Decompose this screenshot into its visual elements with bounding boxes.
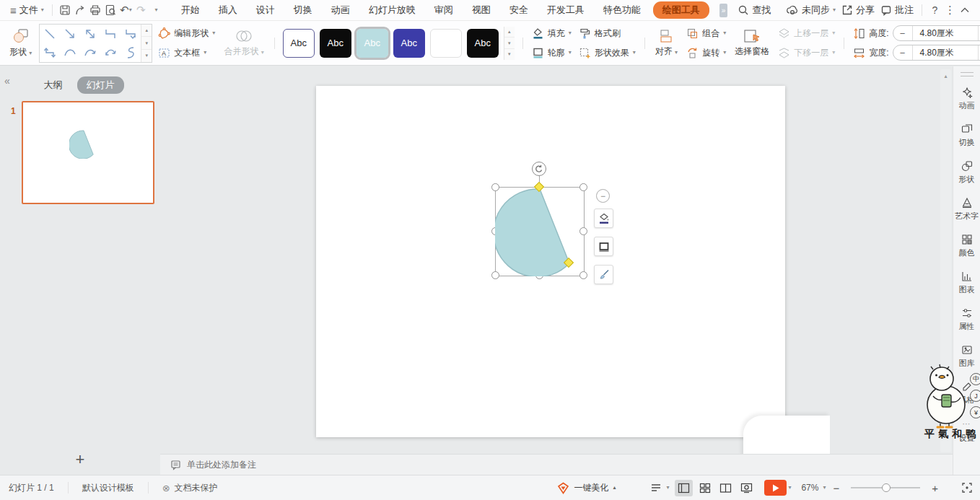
shape-style-4[interactable]: Abc <box>393 29 425 58</box>
shape-style-5[interactable]: Abc <box>430 29 462 58</box>
sidebar-item-chart[interactable]: 图表 <box>953 271 980 295</box>
collapse-panel-button[interactable]: « <box>4 75 10 87</box>
zoom-out-button[interactable]: − <box>828 482 844 494</box>
save-button[interactable] <box>58 1 73 19</box>
height-value[interactable]: 4.80厘米 <box>912 26 979 40</box>
zoom-level-button[interactable]: 67% ▾ <box>791 483 828 493</box>
tab-transition[interactable]: 切换 <box>284 1 322 19</box>
sidebar-item-properties[interactable]: 属性 <box>953 307 980 332</box>
share-button[interactable]: 分享 <box>839 4 878 17</box>
rotate-button[interactable]: 旋转▾ <box>686 45 726 61</box>
curved-arrow-connector[interactable] <box>80 43 100 62</box>
ribbon-expand-button[interactable]: » <box>719 4 728 17</box>
tab-drawing-tools-active[interactable]: 绘图工具 <box>653 1 709 19</box>
sidebar-item-gallery[interactable]: 图库 <box>953 344 980 369</box>
output-button[interactable] <box>73 1 88 19</box>
fill-button[interactable]: 填充▾ <box>532 25 572 42</box>
document-protection-button[interactable]: ⊗ 文档未保护 <box>154 482 227 494</box>
edit-shape-button[interactable]: 编辑形状▾ <box>158 25 215 42</box>
tab-slides-pane-active[interactable]: 幻灯片 <box>77 76 124 94</box>
comment-button[interactable]: 批注 <box>878 4 916 17</box>
sidebar-item-colors[interactable]: 颜色 <box>953 234 980 258</box>
shape-style-6[interactable]: Abc <box>467 29 499 58</box>
tab-view[interactable]: 视图 <box>463 1 500 19</box>
scroll-up-icon[interactable]: ▴ <box>944 73 947 452</box>
beautify-button[interactable]: 一键美化 ▴ <box>548 482 624 494</box>
selection-pane-button[interactable]: 选择窗格 <box>730 23 774 63</box>
bring-forward-button[interactable]: 上移一层▾ <box>778 25 835 42</box>
sidebar-item-shapes[interactable]: 形状 <box>953 160 980 185</box>
group-button[interactable]: 组合▾ <box>686 25 726 42</box>
gallery-up-button[interactable]: ▴ <box>141 25 152 38</box>
sidebar-more-icon[interactable]: ⋯ <box>963 419 971 429</box>
help-button[interactable]: ? <box>927 1 942 19</box>
text-box-button[interactable]: A 文本框▾ <box>158 45 215 61</box>
rotate-handle[interactable] <box>532 162 546 176</box>
zoom-slider-knob[interactable] <box>882 483 891 492</box>
gallery-expand-button[interactable]: ▾ <box>141 50 152 62</box>
merge-shapes-button[interactable]: 合并形状 ▾ <box>219 23 268 63</box>
sidebar-item-wordart[interactable]: 艺术字 <box>953 197 980 222</box>
sync-status-button[interactable]: 未同步 ▾ <box>783 4 839 17</box>
fit-slide-button[interactable] <box>961 482 973 494</box>
play-slideshow-button[interactable] <box>764 480 787 496</box>
quick-fill-button[interactable] <box>594 209 613 228</box>
tab-outline-pane[interactable]: 大纲 <box>37 76 70 94</box>
notes-toggle-button[interactable]: ▾ <box>646 483 673 493</box>
tab-animation[interactable]: 动画 <box>322 1 359 19</box>
gallery-down-button[interactable]: ▾ <box>141 37 152 50</box>
width-value[interactable]: 4.80厘米 <box>912 45 979 60</box>
tab-review[interactable]: 审阅 <box>425 1 463 19</box>
shape-effects-button[interactable]: 形状效果▾ <box>579 45 636 61</box>
curve-connector[interactable] <box>60 43 80 62</box>
tab-special-features[interactable]: 特色功能 <box>594 1 650 19</box>
width-decrease-button[interactable]: − <box>893 48 912 58</box>
shapes-button[interactable]: 形状 ▾ <box>4 23 37 63</box>
quickbar-more-button[interactable]: ▾ <box>149 1 164 19</box>
style-down-button[interactable]: ▾ <box>504 38 515 49</box>
shape-style-2[interactable]: Abc <box>320 29 351 58</box>
curved-double-arrow-connector[interactable] <box>100 43 121 62</box>
freeform-connector[interactable] <box>121 43 141 62</box>
quick-outline-button[interactable] <box>594 237 613 256</box>
notes-bar[interactable]: 单击此处添加备注 <box>160 454 953 475</box>
collapse-quickbar-button[interactable]: − <box>596 189 610 203</box>
slide-thumbnail-1[interactable] <box>22 101 154 204</box>
main-menu-button[interactable]: ≡ 文件 ▾ <box>7 4 47 17</box>
tab-insert[interactable]: 插入 <box>209 1 247 19</box>
sidebar-drag-handle[interactable] <box>961 72 974 76</box>
redo-button[interactable]: ↷ <box>134 1 149 19</box>
style-up-button[interactable]: ▴ <box>504 27 515 38</box>
outline-button[interactable]: 轮廓▾ <box>532 45 572 61</box>
sidebar-item-style[interactable]: 风格 <box>953 381 980 405</box>
connector-line[interactable] <box>40 25 60 43</box>
view-normal-button[interactable] <box>675 480 693 496</box>
tab-design[interactable]: 设计 <box>247 1 284 19</box>
undo-button[interactable]: ↶▾ <box>118 1 134 19</box>
zoom-in-button[interactable]: + <box>927 482 942 494</box>
style-expand-button[interactable]: ▾ <box>504 49 515 60</box>
print-preview-button[interactable] <box>103 1 118 19</box>
view-sorter-button[interactable] <box>696 480 714 496</box>
elbow-double-arrow-connector[interactable] <box>40 43 60 62</box>
zoom-slider[interactable] <box>851 487 920 488</box>
format-painter-button[interactable]: 格式刷 <box>579 25 636 42</box>
sidebar-item-animation[interactable]: 动画 <box>953 87 980 111</box>
view-slideshow-button[interactable] <box>738 480 756 496</box>
connector-arrow[interactable] <box>60 25 80 43</box>
collapse-ribbon-button[interactable] <box>958 1 973 19</box>
height-decrease-button[interactable]: − <box>893 28 912 39</box>
canvas-scrollbar[interactable]: ▴ <box>940 69 951 452</box>
view-reading-button[interactable] <box>717 480 735 496</box>
elbow-connector[interactable] <box>100 25 121 43</box>
elbow-arrow-connector[interactable] <box>121 25 141 43</box>
connector-double-arrow[interactable] <box>80 25 100 43</box>
sidebar-item-settings[interactable]: 设置 <box>953 433 980 444</box>
align-button[interactable]: 对齐 ▾ <box>650 23 683 63</box>
tab-devtools[interactable]: 开发工具 <box>538 1 594 19</box>
slide-canvas-area[interactable]: − ▴ <box>160 66 953 454</box>
tab-security[interactable]: 安全 <box>500 1 538 19</box>
send-backward-button[interactable]: 下移一层▾ <box>778 45 835 61</box>
sidebar-item-transition[interactable]: 切换 <box>953 123 980 148</box>
add-slide-button[interactable]: + <box>68 450 92 469</box>
